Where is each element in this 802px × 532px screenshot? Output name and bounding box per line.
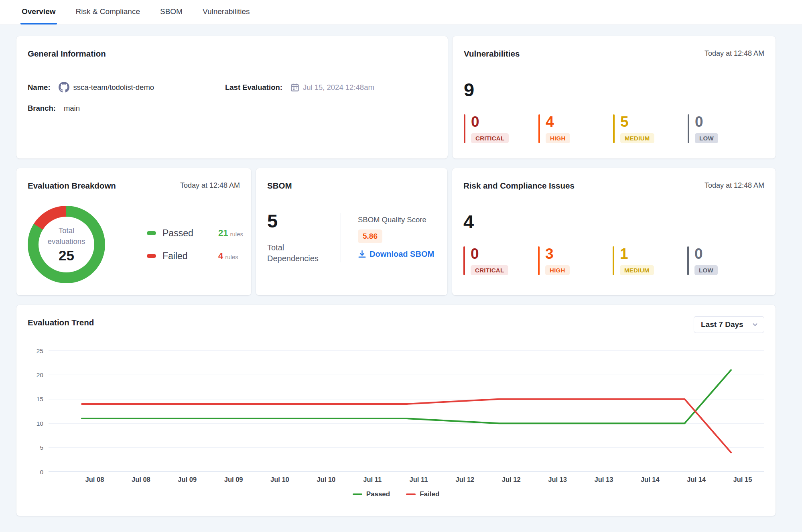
passed-unit: rules [230, 229, 243, 238]
risk-severity-row: 0 CRITICAL 3 HIGH 1 MEDIUM 0 LOW [463, 246, 764, 275]
general-information-title: General Information [28, 47, 106, 59]
date-range-value: Last 7 Days [701, 320, 743, 329]
tab-overview[interactable]: Overview [20, 0, 57, 24]
severity-count: 0 [694, 246, 718, 262]
breakdown-legend: Passed 21 rules Failed 4 rules [147, 228, 243, 262]
severity-badge: MEDIUM [620, 133, 654, 143]
svg-text:Jul 12: Jul 12 [456, 476, 475, 483]
evaluation-trend-title: Evaluation Trend [28, 316, 94, 327]
last-evaluation-label: Last Evaluation: [225, 83, 282, 92]
severity-badge: LOW [695, 133, 718, 143]
severity-bar [613, 246, 614, 275]
vulnerabilities-total: 9 [464, 80, 764, 99]
svg-text:15: 15 [37, 396, 43, 402]
failed-count: 4 [218, 251, 223, 261]
sbom-total-dependencies: 5 [267, 211, 341, 230]
severity-count: 5 [620, 114, 654, 130]
dashboard-content: General Information Name: ssca-team/todo… [0, 25, 802, 516]
vuln-severity-high: 4 HIGH [538, 114, 613, 143]
sbom-quality-badge: 5.86 [358, 229, 382, 243]
trend-legend-passed: Passed [353, 490, 390, 498]
trend-legend-failed: Failed [406, 490, 439, 498]
last-evaluation-value: Jul 15, 2024 12:48am [303, 83, 374, 92]
svg-text:Jul 15: Jul 15 [733, 476, 752, 483]
severity-bar [613, 114, 615, 143]
risk-severity-critical: 0 CRITICAL [463, 246, 538, 275]
sbom-title: SBOM [267, 179, 292, 191]
branch-label: Branch: [28, 104, 56, 113]
severity-bar [538, 114, 540, 143]
repo-name-value: ssca-team/todolist-demo [73, 83, 154, 92]
risk-compliance-card: Risk and Compliance Issues Today at 12:4… [452, 168, 776, 295]
severity-badge: HIGH [545, 265, 570, 275]
severity-bar [688, 114, 689, 143]
trend-legend: Passed Failed [28, 490, 764, 498]
repo-name-row: Name: ssca-team/todolist-demo [28, 82, 225, 93]
svg-text:5: 5 [40, 444, 43, 451]
severity-count: 4 [546, 114, 570, 130]
vuln-severity-critical: 0 CRITICAL [464, 114, 538, 143]
risk-severity-low: 0 LOW [687, 246, 762, 275]
general-information-card: General Information Name: ssca-team/todo… [16, 36, 448, 158]
download-sbom-link[interactable]: Download SBOM [358, 250, 434, 259]
vuln-severity-low: 0 LOW [688, 114, 762, 143]
passed-line-icon [353, 493, 362, 495]
severity-count: 0 [471, 246, 508, 262]
svg-text:Jul 09: Jul 09 [224, 476, 243, 483]
svg-text:Jul 10: Jul 10 [317, 476, 335, 483]
download-icon [358, 250, 366, 258]
failed-label: Failed [162, 251, 213, 262]
severity-badge: CRITICAL [471, 265, 508, 275]
svg-text:Jul 09: Jul 09 [178, 476, 197, 483]
risk-severity-high: 3 HIGH [538, 246, 613, 275]
vulnerabilities-timestamp: Today at 12:48 AM [705, 47, 764, 58]
failed-unit: rules [225, 252, 238, 260]
failed-line-icon [406, 493, 416, 495]
branch-value: main [64, 104, 80, 113]
severity-bar [538, 246, 540, 275]
svg-text:Jul 14: Jul 14 [687, 476, 706, 483]
tab-sbom[interactable]: SBOM [159, 0, 184, 24]
severity-count: 0 [695, 114, 718, 130]
tab-vulnerabilities[interactable]: Vulnerabilities [201, 0, 251, 24]
name-label: Name: [28, 83, 51, 92]
calendar-icon [290, 83, 299, 92]
severity-badge: MEDIUM [620, 265, 654, 275]
tab-risk-compliance[interactable]: Risk & Compliance [75, 0, 142, 24]
evaluation-donut: Total evaluations 25 [28, 206, 105, 283]
trend-failed-label: Failed [420, 490, 439, 498]
passed-label: Passed [162, 228, 213, 239]
evaluation-breakdown-timestamp: Today at 12:48 AM [180, 179, 240, 190]
risk-compliance-title: Risk and Compliance Issues [463, 179, 575, 191]
github-icon [59, 82, 69, 93]
sbom-card: SBOM 5 Total Dependencies SBOM Quality S… [256, 168, 447, 295]
sbom-divider [341, 213, 341, 262]
passed-count: 21 [218, 228, 228, 238]
risk-compliance-total: 4 [463, 212, 764, 231]
failed-pill-icon [147, 254, 156, 258]
sbom-quality-label: SBOM Quality Score [358, 215, 434, 224]
svg-text:Jul 13: Jul 13 [548, 476, 567, 483]
donut-center-label: Total evaluations [43, 225, 91, 247]
risk-severity-medium: 1 MEDIUM [613, 246, 687, 275]
legend-item-failed: Failed 4 rules [147, 251, 243, 262]
evaluation-trend-card: Evaluation Trend Last 7 Days 2520151050J… [16, 305, 776, 516]
severity-badge: LOW [694, 265, 718, 275]
tab-bar: Overview Risk & Compliance SBOM Vulnerab… [0, 0, 802, 25]
severity-count: 0 [471, 114, 509, 130]
svg-text:Jul 13: Jul 13 [595, 476, 613, 483]
severity-bar [463, 246, 465, 275]
svg-text:20: 20 [37, 372, 44, 378]
passed-pill-icon [147, 231, 156, 235]
svg-text:Jul 11: Jul 11 [363, 476, 382, 483]
severity-bar [464, 114, 465, 143]
trend-passed-label: Passed [366, 490, 390, 498]
svg-text:Jul 08: Jul 08 [85, 476, 104, 483]
download-sbom-label: Download SBOM [370, 250, 434, 259]
svg-text:Jul 12: Jul 12 [502, 476, 521, 483]
evaluation-breakdown-title: Evaluation Breakdown [28, 179, 116, 191]
severity-badge: CRITICAL [471, 133, 509, 143]
vulnerabilities-card: Vulnerabilities Today at 12:48 AM 9 0 CR… [453, 36, 776, 158]
date-range-dropdown[interactable]: Last 7 Days [694, 316, 764, 333]
risk-compliance-timestamp: Today at 12:48 AM [705, 179, 764, 190]
